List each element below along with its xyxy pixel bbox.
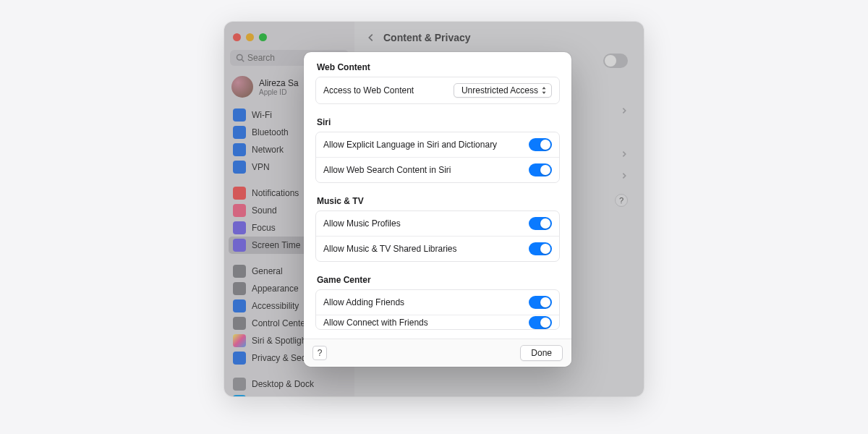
dock-icon [233, 378, 246, 391]
setting-label: Allow Explicit Language in Siri and Dict… [323, 140, 497, 150]
popup-button[interactable]: Unrestricted Access [454, 83, 552, 98]
screentime-icon [233, 239, 246, 252]
window-controls [224, 26, 354, 47]
chevron-right-icon [621, 150, 628, 158]
setting-row: Access to Web ContentUnrestricted Access [316, 77, 559, 103]
setting-label: Allow Music Profiles [323, 218, 401, 229]
sound-icon [233, 204, 246, 217]
sidebar-item-label: General [252, 266, 283, 276]
sidebar-item-label: Control Center [252, 318, 308, 328]
general-icon [233, 265, 246, 278]
sheet-help-button[interactable]: ? [312, 346, 327, 360]
done-button[interactable]: Done [520, 345, 563, 361]
bluetooth-icon [233, 126, 246, 139]
avatar [231, 76, 253, 98]
svg-line-1 [242, 59, 244, 61]
setting-label: Allow Music & TV Shared Libraries [323, 244, 457, 254]
profile-name: Alireza Sa [259, 78, 299, 88]
toggle-switch[interactable] [529, 163, 552, 176]
chevron-updown-icon [541, 87, 547, 94]
sidebar-item-label: Screen Time [252, 240, 300, 250]
setting-label: Allow Connect with Friends [323, 318, 428, 328]
sidebar-item-label: Sound [252, 205, 277, 216]
appearance-icon [233, 282, 246, 295]
help-icon[interactable]: ? [615, 194, 628, 207]
sidebar-item-label: Appearance [252, 284, 299, 294]
sidebar-item-label: Desktop & Dock [252, 379, 314, 389]
search-icon [236, 54, 244, 62]
sidebar-item-displays[interactable]: Displays [229, 393, 350, 396]
titlebar: Content & Privacy [354, 22, 644, 54]
sidebar-item-label: Bluetooth [252, 127, 289, 137]
page-title: Content & Privacy [383, 32, 471, 43]
setting-row: Allow Connect with Friends [316, 315, 559, 329]
setting-label: Access to Web Content [323, 85, 414, 95]
section-title: Music & TV [317, 196, 560, 206]
toggle-switch[interactable] [529, 316, 552, 329]
privacy-icon [233, 352, 246, 365]
profile-sub: Apple ID [259, 88, 299, 96]
bell-icon [233, 187, 246, 200]
maximize-icon[interactable] [259, 33, 267, 41]
displays-icon [233, 395, 246, 396]
setting-label: Allow Adding Friends [323, 297, 404, 307]
siri-icon [233, 334, 246, 347]
sidebar-item-label: Siri & Spotlight [252, 336, 309, 346]
setting-label: Allow Web Search Content in Siri [323, 165, 451, 175]
toggle-switch[interactable] [529, 217, 552, 230]
content-privacy-sheet: Web ContentAccess to Web ContentUnrestri… [304, 52, 571, 367]
sidebar-item-label: Network [252, 145, 284, 155]
toggle-switch[interactable] [529, 138, 552, 151]
toggle-switch[interactable] [529, 296, 552, 309]
minimize-icon[interactable] [246, 33, 254, 41]
control-center-icon [233, 317, 246, 330]
sidebar-item-label: Focus [252, 223, 276, 233]
section-title: Siri [317, 117, 560, 127]
bg-toggle[interactable] [603, 54, 628, 68]
section-title: Web Content [317, 62, 560, 72]
sidebar-item-label: Wi-Fi [252, 110, 272, 120]
wifi-icon [233, 109, 246, 122]
vpn-icon [233, 161, 246, 174]
sidebar-item-label: VPN [252, 162, 270, 172]
setting-row: Allow Music & TV Shared Libraries [316, 236, 559, 261]
setting-row: Allow Adding Friends [316, 290, 559, 315]
sidebar-item-label: Notifications [252, 188, 299, 198]
sidebar-item-label: Accessibility [252, 301, 299, 311]
setting-row: Allow Music Profiles [316, 211, 559, 236]
svg-point-0 [237, 55, 243, 61]
focus-icon [233, 221, 246, 234]
popup-value: Unrestricted Access [461, 85, 538, 95]
setting-row: Allow Explicit Language in Siri and Dict… [316, 132, 559, 157]
network-icon [233, 143, 246, 156]
chevron-right-icon [621, 107, 628, 114]
section-title: Game Center [317, 275, 560, 285]
back-icon[interactable] [366, 33, 376, 43]
close-icon[interactable] [233, 33, 241, 41]
setting-row: Allow Web Search Content in Siri [316, 157, 559, 182]
sidebar-item-desktop-dock[interactable]: Desktop & Dock [229, 375, 350, 393]
chevron-right-icon [621, 172, 628, 179]
toggle-switch[interactable] [529, 242, 552, 255]
accessibility-icon [233, 299, 246, 312]
